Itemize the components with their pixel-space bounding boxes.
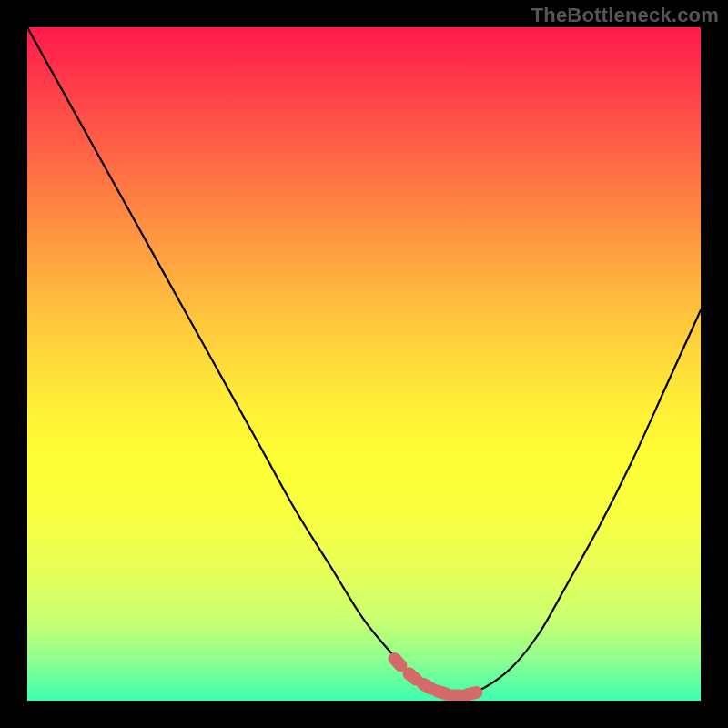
plot-area <box>27 27 701 701</box>
chart-frame: TheBottleneck.com <box>0 0 728 728</box>
valley-marker <box>460 684 484 701</box>
watermark-text: TheBottleneck.com <box>531 4 719 27</box>
valley-markers <box>386 650 484 701</box>
curve-overlay <box>27 27 701 701</box>
bottleneck-curve <box>27 27 701 695</box>
